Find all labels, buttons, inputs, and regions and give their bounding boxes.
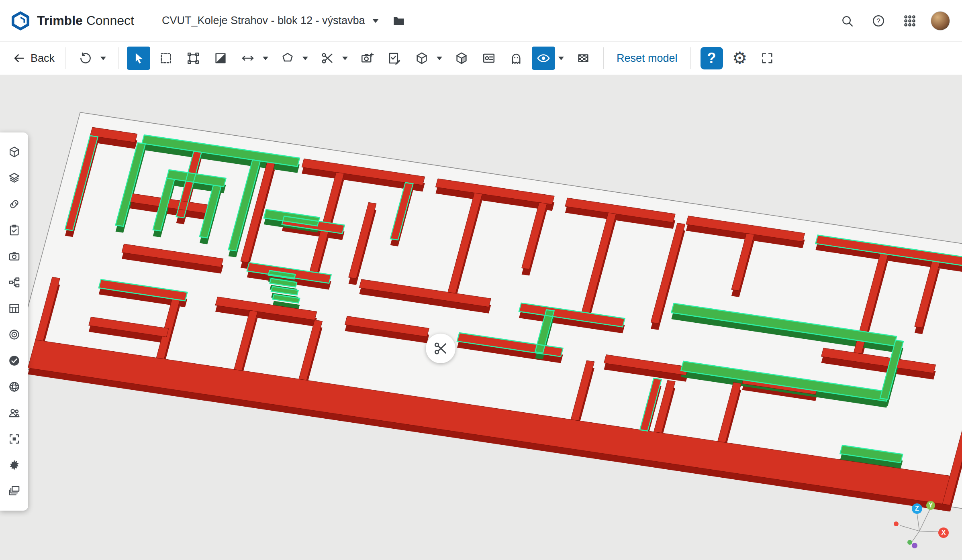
- visibility-caret[interactable]: [555, 47, 568, 70]
- burst-icon: [8, 459, 20, 471]
- floorplan-3d[interactable]: [0, 75, 962, 560]
- fullscreen-icon: [760, 51, 774, 65]
- trimble-logo-icon: [10, 11, 31, 31]
- sidebar-clash-sets[interactable]: [0, 322, 28, 348]
- header-divider: [148, 12, 148, 30]
- sidebar-links[interactable]: [0, 191, 28, 217]
- scissors-icon: [433, 341, 448, 356]
- sidebar-tasks[interactable]: [0, 217, 28, 243]
- viewpoint-tool[interactable]: [477, 47, 500, 70]
- settings-button[interactable]: ⚙: [728, 47, 752, 70]
- user-avatar[interactable]: [931, 11, 950, 31]
- cube-icon: [415, 51, 429, 65]
- layers-icon: [8, 172, 20, 184]
- scissors-cursor: [426, 334, 455, 363]
- stacked-sheets-icon: [8, 485, 20, 497]
- sidebar-users[interactable]: [0, 400, 28, 426]
- svg-text:?: ?: [876, 17, 880, 25]
- back-label: Back: [31, 52, 55, 65]
- app-title: Trimble Connect: [37, 13, 134, 28]
- sidebar-clash-burst[interactable]: [0, 452, 28, 478]
- transform-icon: [186, 51, 200, 65]
- toolbar-divider: [690, 47, 691, 69]
- reset-model-link[interactable]: Reset model: [617, 52, 678, 65]
- viewpoint-icon: [482, 51, 496, 65]
- gizmo-x-axis[interactable]: X: [938, 527, 949, 538]
- model-viewport[interactable]: Z Y X: [0, 75, 962, 560]
- polygon-select-tool[interactable]: [276, 47, 299, 70]
- help-button[interactable]: ?: [701, 47, 723, 69]
- fullscreen-button[interactable]: [756, 47, 779, 70]
- folder-icon[interactable]: [388, 10, 410, 32]
- chevron-down-icon: [302, 57, 308, 60]
- pattern-fill-tool[interactable]: [572, 47, 595, 70]
- apps-grid-icon[interactable]: [899, 10, 921, 32]
- contrast-icon: [214, 51, 227, 65]
- sidebar-sheets[interactable]: [0, 478, 28, 504]
- model-box-tool[interactable]: [410, 47, 433, 70]
- polygon-caret[interactable]: [299, 47, 312, 70]
- gizmo-neg-x[interactable]: [894, 521, 899, 526]
- model-box-caret[interactable]: [433, 47, 446, 70]
- search-icon[interactable]: [836, 10, 858, 32]
- visibility-tool[interactable]: [532, 47, 555, 70]
- measure-tool[interactable]: [236, 47, 259, 70]
- sphere-icon: [8, 381, 20, 393]
- refresh-icon: [79, 51, 92, 65]
- chevron-down-icon: [372, 19, 379, 23]
- sidebar-tables[interactable]: [0, 295, 28, 322]
- focus-icon: [8, 433, 20, 445]
- hatch-pattern-icon: [576, 51, 590, 65]
- section-cut-tool[interactable]: [316, 47, 339, 70]
- check-circle-icon: [8, 354, 20, 367]
- polygon-icon: [281, 51, 294, 65]
- link-icon: [8, 198, 20, 210]
- ghost-icon: [509, 51, 523, 65]
- eye-icon: [537, 51, 550, 65]
- object-box-tool[interactable]: [450, 47, 473, 70]
- arrow-left-icon: [12, 51, 26, 65]
- measure-caret[interactable]: [259, 47, 272, 70]
- target-icon: [8, 328, 20, 341]
- toolbar-divider: [603, 47, 604, 69]
- scissors-icon: [321, 51, 334, 65]
- marquee-select-tool[interactable]: [154, 47, 178, 70]
- sidebar-views[interactable]: [0, 243, 28, 269]
- gizmo-neg-y[interactable]: [907, 540, 912, 545]
- select-tool[interactable]: [127, 47, 150, 70]
- gizmo-z-axis[interactable]: Z: [912, 503, 922, 514]
- camera-icon: [8, 250, 20, 263]
- project-name: CVUT_Koleje Strahov - blok 12 - výstavba: [162, 14, 365, 27]
- add-view-tool[interactable]: [355, 47, 379, 70]
- sidebar-organizer[interactable]: [0, 269, 28, 295]
- markup-check-icon: [388, 51, 401, 65]
- refresh-view-caret[interactable]: [97, 47, 110, 70]
- project-selector[interactable]: CVUT_Koleje Strahov - blok 12 - výstavba: [162, 14, 379, 27]
- invert-selection-tool[interactable]: [209, 47, 232, 70]
- section-caret[interactable]: [339, 47, 351, 70]
- sidebar-layers[interactable]: [0, 165, 28, 191]
- gizmo-neg-z[interactable]: [912, 543, 917, 548]
- chevron-down-icon: [342, 57, 348, 60]
- back-button[interactable]: Back: [8, 47, 59, 70]
- shaded-cube-icon: [455, 51, 468, 65]
- gizmo-y-axis[interactable]: Y: [926, 501, 935, 510]
- transform-tool[interactable]: [182, 47, 205, 70]
- camera-plus-icon: [360, 51, 374, 65]
- toolbar-divider: [65, 47, 65, 69]
- cube-icon: [8, 146, 20, 158]
- sidebar-panorama[interactable]: [0, 374, 28, 400]
- clipboard-check-icon: [8, 224, 20, 236]
- sidebar-selection-focus[interactable]: [0, 426, 28, 452]
- people-icon: [8, 407, 20, 419]
- markup-tool[interactable]: [383, 47, 406, 70]
- ghost-mode-tool[interactable]: [504, 47, 528, 70]
- refresh-view-tool[interactable]: [74, 47, 97, 70]
- trimble-connect-app: Trimble Connect CVUT_Koleje Strahov - bl…: [0, 0, 962, 560]
- trimble-logo[interactable]: [10, 11, 31, 31]
- navigation-gizmo[interactable]: Z Y X: [884, 500, 956, 552]
- sidebar-status-check[interactable]: [0, 348, 28, 374]
- help-icon[interactable]: ?: [867, 10, 890, 32]
- cursor-icon: [132, 51, 145, 65]
- sidebar-model-tree[interactable]: [0, 139, 28, 165]
